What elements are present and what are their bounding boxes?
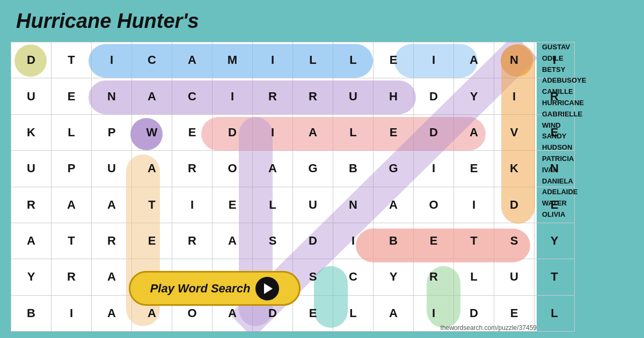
grid-cell[interactable]: U (11, 151, 52, 187)
grid-cell[interactable]: A (253, 151, 293, 187)
grid-cell[interactable]: D (213, 114, 253, 150)
grid-cell[interactable]: R (92, 223, 132, 259)
grid-cell[interactable]: A (92, 295, 132, 331)
grid-cell[interactable]: E (454, 151, 494, 187)
grid-cell[interactable]: W (132, 114, 172, 150)
word-list-item: GUSTAV (542, 42, 639, 53)
grid-cell[interactable]: B (374, 223, 414, 259)
grid-cell[interactable]: E (374, 42, 414, 78)
grid-cell[interactable]: A (11, 223, 52, 259)
grid-cell[interactable]: N (92, 78, 132, 114)
grid-cell[interactable]: Y (11, 259, 52, 295)
grid-cell[interactable]: C (333, 259, 374, 295)
grid-cell[interactable]: A (374, 187, 414, 223)
grid-cell[interactable]: E (414, 223, 454, 259)
grid-cell[interactable]: K (11, 114, 52, 150)
grid-cell[interactable]: L (52, 114, 92, 150)
grid-cell[interactable]: U (11, 78, 52, 114)
grid-cell[interactable]: L (454, 259, 494, 295)
grid-cell[interactable]: A (172, 42, 213, 78)
grid-cell[interactable]: T (52, 42, 92, 78)
grid-cell[interactable]: E (293, 295, 333, 331)
grid-cell[interactable]: I (494, 78, 535, 114)
grid-cell[interactable]: O (213, 151, 253, 187)
grid-cell[interactable]: R (253, 78, 293, 114)
grid-cell[interactable]: P (92, 114, 132, 150)
grid-cell[interactable]: I (333, 223, 374, 259)
grid-cell[interactable]: D (293, 223, 333, 259)
word-list-item: ADELAIDE (542, 187, 639, 198)
grid-cell[interactable]: A (213, 223, 253, 259)
grid-cell[interactable]: T (535, 259, 575, 295)
grid-cell[interactable]: L (293, 42, 333, 78)
grid-cell[interactable]: I (172, 187, 213, 223)
grid-cell[interactable]: D (414, 114, 454, 150)
grid-cell[interactable]: S (494, 223, 535, 259)
grid-cell[interactable]: I (454, 187, 494, 223)
grid-cell[interactable]: Y (535, 223, 575, 259)
grid-cell[interactable]: S (253, 223, 293, 259)
grid-cell[interactable]: A (92, 187, 132, 223)
grid-cell[interactable]: L (333, 42, 374, 78)
grid-cell[interactable]: N (494, 42, 535, 78)
grid-cell[interactable]: I (213, 78, 253, 114)
grid-cell[interactable]: I (52, 295, 92, 331)
grid-cell[interactable]: I (414, 151, 454, 187)
grid-cell[interactable]: I (253, 42, 293, 78)
grid-cell[interactable]: T (454, 223, 494, 259)
grid-cell[interactable]: E (172, 114, 213, 150)
word-list-item: SANDY (542, 131, 639, 142)
grid-cell[interactable]: T (52, 223, 92, 259)
grid-cell[interactable]: R (52, 259, 92, 295)
grid-cell[interactable]: A (454, 114, 494, 150)
grid-cell[interactable]: A (132, 151, 172, 187)
grid-cell[interactable]: U (92, 151, 132, 187)
grid-cell[interactable]: V (494, 114, 535, 150)
grid-cell[interactable]: U (333, 78, 374, 114)
grid-cell[interactable]: A (132, 78, 172, 114)
grid-cell[interactable]: P (52, 151, 92, 187)
grid-cell[interactable]: C (172, 78, 213, 114)
grid-cell[interactable]: K (494, 151, 535, 187)
grid-cell[interactable]: E (213, 187, 253, 223)
grid-cell[interactable]: R (414, 259, 454, 295)
grid-cell[interactable]: A (293, 114, 333, 150)
grid-cell[interactable]: R (172, 151, 213, 187)
grid-cell[interactable]: B (333, 151, 374, 187)
grid-cell[interactable]: T (132, 187, 172, 223)
grid-cell[interactable]: R (293, 78, 333, 114)
grid-cell[interactable]: D (494, 187, 535, 223)
grid-cell[interactable]: L (535, 295, 575, 331)
grid-cell[interactable]: A (454, 42, 494, 78)
grid-cell[interactable]: A (374, 295, 414, 331)
grid-cell[interactable]: U (293, 187, 333, 223)
grid-cell[interactable]: C (132, 42, 172, 78)
grid-cell[interactable]: E (52, 78, 92, 114)
grid-cell[interactable]: U (494, 259, 535, 295)
grid-cell[interactable]: D (11, 42, 52, 78)
grid-cell[interactable]: B (11, 295, 52, 331)
word-list-item: BETSY (542, 64, 639, 76)
grid-cell[interactable]: Y (454, 78, 494, 114)
grid-cell[interactable]: O (414, 187, 454, 223)
grid-cell[interactable]: I (253, 114, 293, 150)
grid-cell[interactable]: D (414, 78, 454, 114)
grid-cell[interactable]: G (374, 151, 414, 187)
grid-cell[interactable]: L (333, 295, 374, 331)
play-button[interactable]: Play Word Search (129, 271, 301, 306)
grid-cell[interactable]: I (414, 42, 454, 78)
grid-cell[interactable]: L (333, 114, 374, 150)
grid-cell[interactable]: M (213, 42, 253, 78)
grid-cell[interactable]: A (92, 259, 132, 295)
grid-cell[interactable]: L (253, 187, 293, 223)
grid-cell[interactable]: A (52, 187, 92, 223)
grid-cell[interactable]: I (92, 42, 132, 78)
grid-cell[interactable]: N (333, 187, 374, 223)
grid-cell[interactable]: Y (374, 259, 414, 295)
grid-cell[interactable]: G (293, 151, 333, 187)
grid-cell[interactable]: R (172, 223, 213, 259)
grid-cell[interactable]: E (374, 114, 414, 150)
grid-cell[interactable]: E (132, 223, 172, 259)
grid-cell[interactable]: H (374, 78, 414, 114)
grid-cell[interactable]: R (11, 187, 52, 223)
